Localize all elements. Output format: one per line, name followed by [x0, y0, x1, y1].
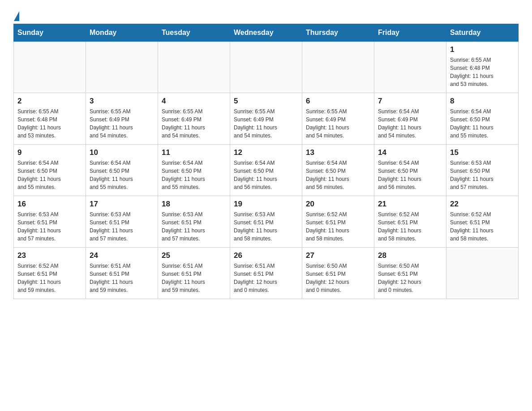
- day-info: Sunrise: 6:52 AM Sunset: 6:51 PM Dayligh…: [17, 262, 82, 294]
- calendar-week-row: 2Sunrise: 6:55 AM Sunset: 6:48 PM Daylig…: [14, 93, 519, 145]
- day-number: 26: [234, 251, 298, 260]
- day-info: Sunrise: 6:51 AM Sunset: 6:51 PM Dayligh…: [234, 262, 298, 294]
- day-info: Sunrise: 6:50 AM Sunset: 6:51 PM Dayligh…: [378, 262, 442, 294]
- day-info: Sunrise: 6:54 AM Sunset: 6:50 PM Dayligh…: [17, 159, 82, 191]
- day-info: Sunrise: 6:55 AM Sunset: 6:49 PM Dayligh…: [306, 107, 370, 140]
- day-info: Sunrise: 6:55 AM Sunset: 6:49 PM Dayligh…: [162, 107, 226, 140]
- day-number: 22: [450, 200, 515, 209]
- day-info: Sunrise: 6:54 AM Sunset: 6:50 PM Dayligh…: [234, 159, 298, 191]
- day-of-week-header: Monday: [86, 24, 158, 42]
- day-number: 28: [378, 251, 442, 260]
- calendar-cell: 4Sunrise: 6:55 AM Sunset: 6:49 PM Daylig…: [158, 93, 230, 145]
- day-info: Sunrise: 6:53 AM Sunset: 6:51 PM Dayligh…: [17, 210, 82, 243]
- day-number: 24: [90, 251, 154, 260]
- day-info: Sunrise: 6:53 AM Sunset: 6:51 PM Dayligh…: [234, 210, 298, 243]
- day-info: Sunrise: 6:52 AM Sunset: 6:51 PM Dayligh…: [450, 210, 515, 243]
- calendar-cell: [446, 248, 519, 299]
- calendar-cell: 10Sunrise: 6:54 AM Sunset: 6:50 PM Dayli…: [86, 145, 158, 196]
- day-number: 16: [17, 200, 82, 209]
- calendar-cell: 3Sunrise: 6:55 AM Sunset: 6:49 PM Daylig…: [86, 93, 158, 145]
- calendar-cell: 2Sunrise: 6:55 AM Sunset: 6:48 PM Daylig…: [14, 93, 86, 145]
- logo-triangle-icon: [14, 11, 19, 21]
- day-number: 25: [162, 251, 226, 260]
- day-info: Sunrise: 6:52 AM Sunset: 6:51 PM Dayligh…: [378, 210, 442, 243]
- calendar-cell: 17Sunrise: 6:53 AM Sunset: 6:51 PM Dayli…: [86, 196, 158, 248]
- calendar-week-row: 9Sunrise: 6:54 AM Sunset: 6:50 PM Daylig…: [14, 145, 519, 196]
- calendar-cell: [230, 42, 302, 93]
- day-number: 9: [17, 148, 82, 157]
- day-info: Sunrise: 6:54 AM Sunset: 6:50 PM Dayligh…: [450, 107, 515, 140]
- calendar-cell: [86, 42, 158, 93]
- day-number: 7: [378, 97, 442, 106]
- day-info: Sunrise: 6:52 AM Sunset: 6:51 PM Dayligh…: [306, 210, 370, 243]
- calendar-cell: 16Sunrise: 6:53 AM Sunset: 6:51 PM Dayli…: [14, 196, 86, 248]
- calendar-cell: 18Sunrise: 6:53 AM Sunset: 6:51 PM Dayli…: [158, 196, 230, 248]
- day-number: 2: [17, 97, 82, 106]
- logo: [13, 9, 20, 19]
- calendar-cell: 22Sunrise: 6:52 AM Sunset: 6:51 PM Dayli…: [446, 196, 519, 248]
- day-of-week-header: Thursday: [302, 24, 374, 42]
- day-number: 23: [17, 251, 82, 260]
- day-info: Sunrise: 6:54 AM Sunset: 6:49 PM Dayligh…: [378, 107, 442, 140]
- day-info: Sunrise: 6:53 AM Sunset: 6:51 PM Dayligh…: [162, 210, 226, 243]
- calendar-week-row: 23Sunrise: 6:52 AM Sunset: 6:51 PM Dayli…: [14, 248, 519, 299]
- day-info: Sunrise: 6:55 AM Sunset: 6:48 PM Dayligh…: [17, 107, 82, 140]
- calendar-cell: 1Sunrise: 6:55 AM Sunset: 6:48 PM Daylig…: [446, 42, 519, 93]
- day-number: 11: [162, 148, 226, 157]
- day-number: 20: [306, 200, 370, 209]
- day-number: 14: [378, 148, 442, 157]
- calendar-cell: 14Sunrise: 6:54 AM Sunset: 6:50 PM Dayli…: [374, 145, 446, 196]
- day-number: 3: [90, 97, 154, 106]
- calendar-cell: 6Sunrise: 6:55 AM Sunset: 6:49 PM Daylig…: [302, 93, 374, 145]
- calendar-header-row: SundayMondayTuesdayWednesdayThursdayFrid…: [14, 24, 519, 42]
- calendar-cell: 11Sunrise: 6:54 AM Sunset: 6:50 PM Dayli…: [158, 145, 230, 196]
- day-of-week-header: Wednesday: [230, 24, 302, 42]
- calendar-cell: [374, 42, 446, 93]
- day-info: Sunrise: 6:54 AM Sunset: 6:50 PM Dayligh…: [378, 159, 442, 191]
- day-of-week-header: Friday: [374, 24, 446, 42]
- day-info: Sunrise: 6:53 AM Sunset: 6:51 PM Dayligh…: [90, 210, 154, 243]
- day-number: 27: [306, 251, 370, 260]
- day-number: 6: [306, 97, 370, 106]
- calendar-cell: 21Sunrise: 6:52 AM Sunset: 6:51 PM Dayli…: [374, 196, 446, 248]
- day-number: 17: [90, 200, 154, 209]
- day-info: Sunrise: 6:51 AM Sunset: 6:51 PM Dayligh…: [90, 262, 154, 294]
- calendar-cell: [14, 42, 86, 93]
- calendar-cell: 7Sunrise: 6:54 AM Sunset: 6:49 PM Daylig…: [374, 93, 446, 145]
- day-number: 15: [450, 148, 515, 157]
- day-number: 10: [90, 148, 154, 157]
- calendar-cell: 20Sunrise: 6:52 AM Sunset: 6:51 PM Dayli…: [302, 196, 374, 248]
- calendar-cell: 5Sunrise: 6:55 AM Sunset: 6:49 PM Daylig…: [230, 93, 302, 145]
- day-info: Sunrise: 6:53 AM Sunset: 6:50 PM Dayligh…: [450, 159, 515, 191]
- calendar-week-row: 1Sunrise: 6:55 AM Sunset: 6:48 PM Daylig…: [14, 42, 519, 93]
- calendar-cell: 26Sunrise: 6:51 AM Sunset: 6:51 PM Dayli…: [230, 248, 302, 299]
- day-info: Sunrise: 6:54 AM Sunset: 6:50 PM Dayligh…: [306, 159, 370, 191]
- calendar-week-row: 16Sunrise: 6:53 AM Sunset: 6:51 PM Dayli…: [14, 196, 519, 248]
- page-header: [13, 9, 519, 19]
- day-number: 13: [306, 148, 370, 157]
- calendar-cell: 8Sunrise: 6:54 AM Sunset: 6:50 PM Daylig…: [446, 93, 519, 145]
- day-number: 1: [450, 45, 515, 54]
- day-info: Sunrise: 6:51 AM Sunset: 6:51 PM Dayligh…: [162, 262, 226, 294]
- day-of-week-header: Sunday: [14, 24, 86, 42]
- calendar-cell: 13Sunrise: 6:54 AM Sunset: 6:50 PM Dayli…: [302, 145, 374, 196]
- calendar-cell: 24Sunrise: 6:51 AM Sunset: 6:51 PM Dayli…: [86, 248, 158, 299]
- day-number: 21: [378, 200, 442, 209]
- calendar-cell: [302, 42, 374, 93]
- day-info: Sunrise: 6:54 AM Sunset: 6:50 PM Dayligh…: [90, 159, 154, 191]
- day-number: 19: [234, 200, 298, 209]
- day-number: 8: [450, 97, 515, 106]
- calendar-cell: 12Sunrise: 6:54 AM Sunset: 6:50 PM Dayli…: [230, 145, 302, 196]
- calendar-cell: 19Sunrise: 6:53 AM Sunset: 6:51 PM Dayli…: [230, 196, 302, 248]
- day-info: Sunrise: 6:55 AM Sunset: 6:49 PM Dayligh…: [234, 107, 298, 140]
- day-info: Sunrise: 6:55 AM Sunset: 6:49 PM Dayligh…: [90, 107, 154, 140]
- calendar-cell: 15Sunrise: 6:53 AM Sunset: 6:50 PM Dayli…: [446, 145, 519, 196]
- calendar-table: SundayMondayTuesdayWednesdayThursdayFrid…: [13, 24, 519, 299]
- day-info: Sunrise: 6:50 AM Sunset: 6:51 PM Dayligh…: [306, 262, 370, 294]
- day-number: 12: [234, 148, 298, 157]
- day-of-week-header: Saturday: [446, 24, 519, 42]
- day-info: Sunrise: 6:55 AM Sunset: 6:48 PM Dayligh…: [450, 56, 515, 88]
- calendar-cell: 27Sunrise: 6:50 AM Sunset: 6:51 PM Dayli…: [302, 248, 374, 299]
- calendar-cell: [158, 42, 230, 93]
- day-number: 4: [162, 97, 226, 106]
